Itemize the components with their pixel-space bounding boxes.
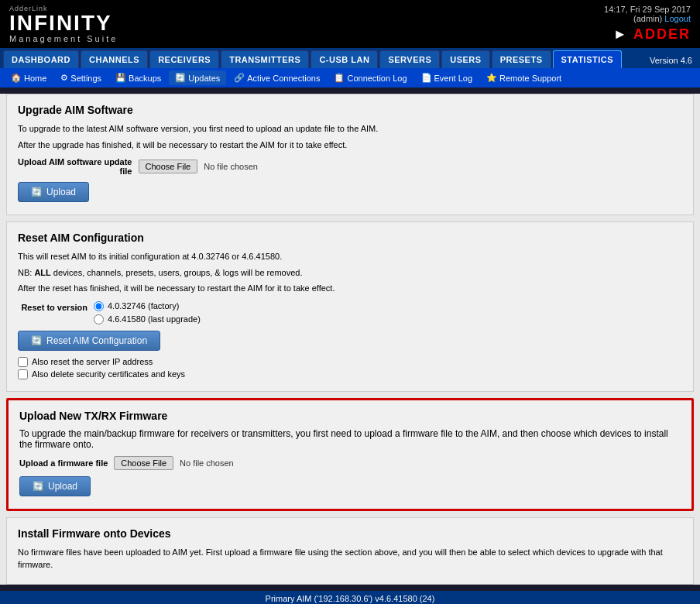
adder-logo-text: ADDER [633,26,691,42]
checkbox-reset-ip-label: Also reset the server IP address [32,357,153,366]
subnav-updates[interactable]: 🔄 Updates [169,70,226,85]
settings-icon: ⚙ [60,73,68,83]
reset-aim-desc2: NB: ALL devices, channels, presets, user… [18,266,682,280]
tab-channels[interactable]: CHANNELS [81,50,148,68]
subnav-settings-label: Settings [70,74,101,83]
radio-lastupgrade-label: 4.6.41580 (last upgrade) [108,314,201,324]
tab-users[interactable]: USERS [441,50,489,68]
upload-aim-row: Upload AIM software updatefile Choose Fi… [18,157,682,176]
admin-user: (admin) [633,14,662,23]
adder-logo: ► ADDER [604,26,691,43]
sub-nav: 🏠 Home ⚙ Settings 💾 Backups 🔄 Updates 🔗 … [0,68,700,88]
upload-aim-label: Upload AIM software updatefile [18,157,132,176]
firmware-file-chosen-text: No file chosen [180,458,234,468]
upload-firmware-btn-label: Upload [48,481,77,492]
checkbox-delete-certs-row: Also delete security certificates and ke… [18,369,682,379]
radio-group-version: 4.0.32746 (factory) 4.6.41580 (last upgr… [94,301,201,324]
tab-dashboard[interactable]: DASHBOARD [3,50,79,68]
tab-transmitters[interactable]: TRANSMITTERS [221,50,309,68]
install-firmware-title: Install Firmware onto Devices [18,527,682,540]
reset-aim-desc3: After the reset has finished, it will be… [18,282,682,295]
upload-aim-btn[interactable]: 🔄 Upload [18,182,89,202]
aim-file-chosen-text: No file chosen [204,162,258,171]
upload-firmware-row: Upload a firmware file Choose File No fi… [19,456,681,470]
tab-servers[interactable]: SERVERS [379,50,440,68]
radio-factory-label: 4.0.32746 (factory) [108,301,179,311]
brand-sub: Management Suite [9,34,118,43]
reset-aim-section: Reset AIM Configuration This will reset … [6,221,694,392]
radio-factory-input[interactable] [94,301,104,311]
remote-support-icon: ⭐ [486,73,497,83]
connection-log-icon: 📋 [334,73,345,83]
reset-aim-btn-icon: 🔄 [31,335,43,346]
backups-icon: 💾 [115,73,126,83]
checkbox-reset-ip[interactable] [18,357,28,367]
subnav-updates-label: Updates [188,74,220,83]
upgrade-aim-section: Upgrade AIM Software To upgrade to the l… [6,94,694,215]
install-firmware-section: Install Firmware onto Devices No firmwar… [6,517,694,585]
checkbox-delete-certs[interactable] [18,369,28,379]
subnav-remote-support[interactable]: ⭐ Remote Support [480,70,568,85]
radio-factory: 4.0.32746 (factory) [94,301,201,311]
choose-file-btn-aim[interactable]: Choose File [139,160,198,173]
subnav-active-connections-label: Active Connections [247,74,320,83]
choose-file-btn-firmware[interactable]: Choose File [114,456,173,470]
subnav-backups-label: Backups [129,74,161,83]
upload-firmware-desc: To upgrade the main/backup firmware for … [19,428,681,450]
updates-icon: 🔄 [175,73,186,83]
subnav-remote-support-label: Remote Support [499,74,561,83]
brand-logo: AdderLink INFINITY Management Suite [9,5,118,43]
nav-tabs: DASHBOARD CHANNELS RECEIVERS TRANSMITTER… [0,48,700,68]
upload-aim-icon: 🔄 [31,187,43,197]
header-right: 14:17, Fri 29 Sep 2017 (admin) Logout ► … [604,5,691,43]
header: AdderLink INFINITY Management Suite 14:1… [0,0,700,48]
checkbox-delete-certs-label: Also delete security certificates and ke… [32,369,185,379]
home-icon: 🏠 [11,73,22,83]
subnav-home-label: Home [24,74,46,83]
status-bar-text: Primary AIM ('192.168.30.6') v4.6.41580 … [266,594,435,603]
subnav-home[interactable]: 🏠 Home [5,70,53,85]
logout-link[interactable]: Logout [664,14,691,23]
upload-firmware-btn[interactable]: 🔄 Upload [19,476,91,496]
subnav-connection-log[interactable]: 📋 Connection Log [328,70,413,85]
radio-lastupgrade-input[interactable] [94,314,104,324]
reset-version-label: Reset to version [18,301,88,312]
subnav-event-log[interactable]: 📄 Event Log [415,70,479,85]
tab-cusb-lan[interactable]: C-USB LAN [311,50,378,68]
upload-firmware-title: Upload New TX/RX Firmware [19,410,681,422]
reset-aim-btn[interactable]: 🔄 Reset AIM Configuration [18,331,160,351]
connections-icon: 🔗 [234,73,245,83]
status-bar: Primary AIM ('192.168.30.6') v4.6.41580 … [0,591,700,605]
datetime: 14:17, Fri 29 Sep 2017 [604,5,691,14]
event-log-icon: 📄 [421,73,432,83]
tab-presets[interactable]: PRESETS [492,50,551,68]
upgrade-aim-title: Upgrade AIM Software [18,104,682,116]
install-firmware-desc: No firmware files have been uploaded to … [18,546,682,571]
subnav-connection-log-label: Connection Log [347,74,407,83]
reset-version-row: Reset to version 4.0.32746 (factory) 4.6… [18,301,682,324]
main-content: Upgrade AIM Software To upgrade to the l… [0,94,700,585]
reset-aim-btn-label: Reset AIM Configuration [46,335,147,346]
tab-statistics[interactable]: STATISTICS [553,50,623,68]
radio-lastupgrade: 4.6.41580 (last upgrade) [94,314,201,324]
upload-firmware-section: Upload New TX/RX Firmware To upgrade the… [6,398,694,511]
reset-aim-desc1: This will reset AIM to its initial confi… [18,250,682,263]
upgrade-aim-desc1: To upgrade to the latest AIM software ve… [18,122,682,136]
upload-aim-btn-label: Upload [46,187,76,197]
upload-firmware-label: Upload a firmware file [19,458,108,468]
upgrade-aim-desc2: After the upgrade has finished, it will … [18,139,682,152]
admin-info: (admin) Logout [604,14,691,23]
checkbox-reset-ip-row: Also reset the server IP address [18,357,682,367]
subnav-active-connections[interactable]: 🔗 Active Connections [228,70,326,85]
upload-firmware-icon: 🔄 [33,481,44,492]
subnav-event-log-label: Event Log [434,74,473,83]
subnav-backups[interactable]: 💾 Backups [109,70,167,85]
brand-large: INFINITY [9,12,118,34]
reset-aim-title: Reset AIM Configuration [18,232,682,244]
version-label: Version 4.6 [645,53,697,68]
subnav-settings[interactable]: ⚙ Settings [54,70,108,85]
tab-receivers[interactable]: RECEIVERS [149,50,219,68]
